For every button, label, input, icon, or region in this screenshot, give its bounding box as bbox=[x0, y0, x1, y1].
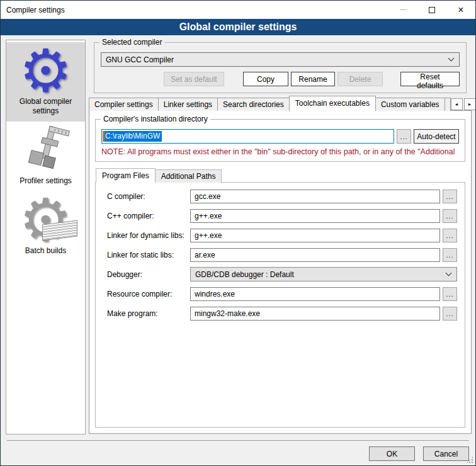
close-icon: × bbox=[458, 5, 463, 15]
tab-scroll-left-button[interactable]: ◄ bbox=[451, 98, 463, 110]
resource-compiler-input[interactable]: windres.exe bbox=[190, 287, 440, 301]
compiler-settings-window: Compiler settings × Global compiler sett… bbox=[0, 0, 476, 466]
blue-gear-icon: ⚙ bbox=[19, 46, 72, 96]
program-subtabs: Program Files Additional Paths bbox=[96, 168, 471, 183]
minimize-icon bbox=[400, 9, 407, 10]
caliper-icon bbox=[21, 125, 71, 176]
field-value: mingw32-make.exe bbox=[195, 309, 260, 318]
tab-scroll-right-button[interactable]: ► bbox=[464, 98, 476, 110]
debugger-dropdown[interactable]: GDB/CDB debugger : Default bbox=[190, 267, 457, 281]
field-label: Make program: bbox=[107, 309, 190, 318]
field-label: Linker for static libs: bbox=[107, 251, 190, 259]
browse-dynamic-linker-button[interactable]: ... bbox=[443, 229, 457, 242]
settings-sidebar: ⚙ Global compiler settings bbox=[6, 40, 86, 435]
tab-compiler-settings[interactable]: Compiler settings bbox=[89, 98, 159, 111]
field-label: Linker for dynamic libs: bbox=[107, 231, 190, 240]
subtab-additional-paths[interactable]: Additional Paths bbox=[155, 169, 222, 183]
dynamic-linker-input[interactable]: g++.exe bbox=[190, 229, 440, 242]
tab-scroll-controls: ◄ ► bbox=[451, 98, 476, 110]
field-label: Resource compiler: bbox=[107, 290, 190, 298]
footer-divider bbox=[7, 440, 469, 441]
close-button[interactable]: × bbox=[446, 1, 475, 19]
arrow-left-icon: ◄ bbox=[455, 102, 459, 106]
compiler-actions: Set as default Copy Rename Delete Reset … bbox=[101, 72, 460, 86]
field-value: windres.exe bbox=[195, 290, 235, 298]
delete-button[interactable]: Delete bbox=[337, 72, 383, 86]
field-row: Linker for dynamic libs: g++.exe ... bbox=[107, 228, 457, 242]
field-value: ar.exe bbox=[195, 251, 215, 259]
field-label: Debugger: bbox=[107, 270, 190, 279]
sidebar-item-profiler-settings[interactable]: Profiler settings bbox=[6, 122, 85, 191]
program-files-panel: C compiler: gcc.exe ... C++ compiler: g+… bbox=[95, 182, 465, 428]
group-label: Compiler's installation directory bbox=[101, 115, 210, 123]
reset-defaults-button[interactable]: Reset defaults bbox=[400, 72, 460, 86]
arrow-right-icon: ► bbox=[468, 102, 472, 106]
tab-linker-settings[interactable]: Linker settings bbox=[158, 98, 218, 111]
cancel-button[interactable]: Cancel bbox=[423, 446, 469, 461]
settings-tabstrip: Compiler settings Linker settings Search… bbox=[89, 96, 472, 111]
tab-toolchain-executables[interactable]: Toolchain executables bbox=[289, 96, 376, 111]
sidebar-item-label: Profiler settings bbox=[8, 176, 84, 186]
icon-wrap bbox=[8, 125, 84, 176]
dialog-banner-title: Global compiler settings bbox=[1, 19, 475, 35]
field-value: g++.exe bbox=[195, 212, 222, 220]
installation-directory-group: Compiler's installation directory C:\ray… bbox=[95, 119, 465, 162]
sidebar-item-global-compiler-settings[interactable]: ⚙ Global compiler settings bbox=[6, 42, 85, 122]
field-value: gcc.exe bbox=[195, 192, 220, 201]
chevron-down-icon bbox=[448, 55, 455, 62]
browse-directory-button[interactable]: ... bbox=[397, 129, 411, 144]
field-row: Linker for static libs: ar.exe ... bbox=[107, 247, 457, 262]
installation-directory-value: C:\raylib\MinGW bbox=[105, 131, 162, 142]
path-row: C:\raylib\MinGW ... Auto-detect bbox=[101, 129, 459, 144]
set-as-default-button[interactable]: Set as default bbox=[164, 72, 224, 86]
field-label: C++ compiler: bbox=[107, 212, 190, 220]
tab-search-directories[interactable]: Search directories bbox=[217, 98, 290, 111]
rename-button[interactable]: Rename bbox=[291, 72, 335, 86]
selected-compiler-group: Selected compiler GNU GCC Compiler Set a… bbox=[94, 42, 467, 93]
window-controls: × bbox=[388, 1, 475, 19]
auto-detect-button[interactable]: Auto-detect bbox=[414, 129, 459, 144]
window-title: Compiler settings bbox=[6, 6, 65, 14]
icon-wrap: ⚙ bbox=[8, 195, 84, 246]
browse-static-linker-button[interactable]: ... bbox=[443, 248, 457, 262]
tab-custom-variables[interactable]: Custom variables bbox=[375, 98, 445, 111]
titlebar: Compiler settings × bbox=[1, 1, 475, 19]
field-row: Debugger: GDB/CDB debugger : Default bbox=[107, 267, 457, 281]
debugger-value: GDB/CDB debugger : Default bbox=[195, 270, 294, 279]
installation-directory-input[interactable]: C:\raylib\MinGW bbox=[101, 129, 394, 144]
main-content: Selected compiler GNU GCC Compiler Set a… bbox=[89, 36, 472, 434]
field-row: C compiler: gcc.exe ... bbox=[107, 189, 457, 203]
field-row: Resource compiler: windres.exe ... bbox=[107, 287, 457, 301]
note-text: NOTE: All programs must exist either in … bbox=[101, 147, 459, 156]
group-label: Selected compiler bbox=[99, 38, 164, 47]
make-program-input[interactable]: mingw32-make.exe bbox=[190, 307, 440, 321]
subtab-program-files[interactable]: Program Files bbox=[96, 168, 156, 183]
c-compiler-input[interactable]: gcc.exe bbox=[190, 190, 440, 203]
icon-wrap: ⚙ bbox=[8, 45, 84, 97]
chevron-down-icon bbox=[446, 270, 452, 276]
minimize-button[interactable] bbox=[388, 1, 417, 19]
maximize-button[interactable] bbox=[417, 1, 446, 19]
toolchain-executables-panel: Compiler's installation directory C:\ray… bbox=[89, 110, 472, 434]
tab-build-options[interactable]: Build options bbox=[445, 98, 451, 111]
selected-compiler-dropdown[interactable]: GNU GCC Compiler bbox=[101, 52, 460, 67]
field-row: C++ compiler: g++.exe ... bbox=[107, 208, 457, 223]
field-label: C compiler: bbox=[107, 192, 190, 201]
copy-button[interactable]: Copy bbox=[243, 72, 288, 86]
maximize-icon bbox=[429, 7, 435, 13]
ok-button[interactable]: OK bbox=[369, 446, 415, 461]
sidebar-item-batch-builds[interactable]: ⚙ Batch builds bbox=[6, 191, 85, 261]
cpp-compiler-input[interactable]: g++.exe bbox=[190, 209, 440, 223]
selected-compiler-value: GNU GCC Compiler bbox=[106, 55, 174, 64]
field-row: Make program: mingw32-make.exe ... bbox=[107, 306, 457, 321]
browse-resource-compiler-button[interactable]: ... bbox=[443, 287, 457, 301]
field-value: g++.exe bbox=[195, 231, 222, 240]
static-linker-input[interactable]: ar.exe bbox=[190, 248, 440, 262]
browse-make-program-button[interactable]: ... bbox=[443, 307, 457, 321]
browse-cpp-compiler-button[interactable]: ... bbox=[443, 209, 457, 223]
browse-c-compiler-button[interactable]: ... bbox=[443, 190, 457, 203]
